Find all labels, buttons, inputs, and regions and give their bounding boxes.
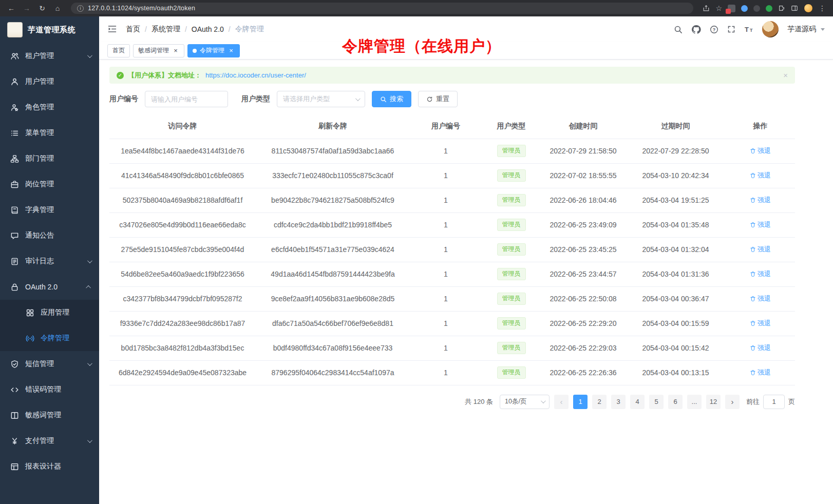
force-logout-button[interactable]: 强退 [750, 220, 771, 229]
chevron-down-icon [87, 438, 92, 443]
alert-close-icon[interactable]: × [783, 71, 788, 80]
sidebar-item-oauth2-token[interactable]: 令牌管理 [0, 325, 99, 351]
user-avatar[interactable] [762, 21, 779, 37]
sidebar-item-menu[interactable]: 菜单管理 [0, 120, 99, 146]
sidebar-item-error-code[interactable]: 错误码管理 [0, 377, 99, 402]
search-button[interactable]: 搜索 [372, 91, 411, 107]
user-id-cell: 1 [410, 163, 482, 188]
browser-address-bar[interactable]: i 127.0.0.1:1024/system/oauth2/token [71, 3, 693, 14]
prev-page-button[interactable]: ‹ [554, 395, 569, 409]
sidebar-item-dict[interactable]: 字典管理 [0, 197, 99, 223]
force-logout-button[interactable]: 强退 [750, 294, 771, 303]
user-type-select[interactable]: 请选择用户类型 [277, 91, 365, 107]
action-cell: 强退 [726, 237, 795, 262]
sidebar-toggle-icon[interactable] [107, 24, 118, 34]
split-view-icon[interactable] [791, 5, 798, 12]
sidebar-item-audit-log[interactable]: 审计日志 [0, 248, 99, 274]
pager-page-5[interactable]: 5 [649, 395, 664, 409]
browser-menu-dots-icon[interactable]: ⋮ [819, 4, 826, 12]
tab-label: 敏感词管理 [138, 46, 169, 55]
tab-token[interactable]: 令牌管理 × [187, 44, 240, 57]
columns-icon [10, 411, 19, 420]
breadcrumb-oauth2[interactable]: OAuth 2.0 [192, 25, 224, 33]
pager-page-2[interactable]: 2 [592, 395, 607, 409]
breadcrumb-home[interactable]: 首页 [126, 25, 140, 34]
user-id-cell: 1 [410, 237, 482, 262]
force-logout-button[interactable]: 强退 [750, 146, 771, 156]
sidebar-item-oauth2-app[interactable]: 应用管理 [0, 300, 99, 325]
browser-back-button[interactable]: ← [5, 2, 17, 14]
user-id-cell: 1 [410, 262, 482, 286]
force-logout-button[interactable]: 强退 [750, 171, 771, 180]
sidebar-item-role[interactable]: 角色管理 [0, 94, 99, 120]
yen-icon [10, 437, 19, 445]
browser-forward-button[interactable]: → [21, 2, 33, 14]
user-id-input[interactable] [145, 91, 228, 107]
success-check-icon: ✓ [117, 72, 124, 79]
next-page-button[interactable]: › [725, 395, 740, 409]
extension-icon-red-badge[interactable] [728, 5, 735, 12]
user-menu-caret-icon[interactable] [821, 28, 825, 31]
tab-close-icon[interactable]: × [228, 47, 235, 54]
app-logo[interactable]: 芋道管理系统 [0, 16, 99, 43]
expire-time-cell: 2054-03-04 00:13:15 [626, 360, 726, 385]
created-time-cell: 2022-06-25 22:50:08 [541, 286, 626, 311]
pager-page-6[interactable]: 6 [668, 395, 683, 409]
sidebar-item-report-designer[interactable]: 报表设计器 [0, 454, 99, 479]
pager-page-4[interactable]: 4 [630, 395, 645, 409]
browser-profile-avatar[interactable] [804, 4, 813, 13]
extension-icon-green[interactable] [766, 5, 772, 12]
token-icon [26, 334, 34, 343]
action-cell: 强退 [726, 336, 795, 360]
user-icon [10, 77, 19, 86]
force-logout-button[interactable]: 强退 [750, 269, 771, 279]
force-logout-button[interactable]: 强退 [750, 343, 771, 353]
user-id-cell: 1 [410, 212, 482, 237]
share-icon[interactable] [703, 5, 710, 12]
pager-page-1[interactable]: 1 [573, 395, 588, 409]
access-token-cell: 1ea5e44f8bc1467aaede43144f31de76 [109, 139, 256, 163]
force-logout-button[interactable]: 强退 [750, 368, 771, 377]
extensions-puzzle-icon[interactable] [778, 5, 785, 12]
goto-page-input[interactable] [763, 395, 785, 409]
extension-icon-dark[interactable] [753, 5, 760, 12]
reset-button-label: 重置 [436, 94, 449, 104]
sidebar-item-dept[interactable]: 部门管理 [0, 146, 99, 171]
force-logout-button[interactable]: 强退 [750, 319, 771, 328]
github-icon[interactable] [691, 25, 701, 34]
expire-time-cell: 2054-03-04 01:31:36 [626, 262, 726, 286]
force-logout-button[interactable]: 强退 [750, 245, 771, 254]
breadcrumb-system[interactable]: 系统管理 [152, 25, 180, 34]
sidebar-item-user[interactable]: 用户管理 [0, 69, 99, 94]
header-search-icon[interactable] [674, 25, 683, 34]
sidebar-item-oauth2[interactable]: OAuth 2.0 [0, 274, 99, 300]
extension-icon-blue[interactable] [741, 5, 748, 12]
expire-time-cell: 2022-07-29 22:28:50 [626, 139, 726, 163]
bookmark-star-icon[interactable]: ☆ [715, 4, 722, 12]
pager-page-12[interactable]: 12 [706, 395, 721, 409]
force-logout-button[interactable]: 强退 [750, 196, 771, 205]
doc-link[interactable]: https://doc.iocoder.cn/user-center/ [205, 71, 306, 79]
pager-page-3[interactable]: 3 [611, 395, 626, 409]
tags-view: 首页 敏感词管理 × 令牌管理 × [99, 42, 833, 60]
browser-reload-button[interactable]: ↻ [36, 2, 48, 14]
sidebar-item-tenant[interactable]: 租户管理 [0, 43, 99, 69]
tab-home[interactable]: 首页 [107, 44, 130, 57]
tab-sensitive-word[interactable]: 敏感词管理 × [133, 44, 184, 57]
user-name[interactable]: 芋道源码 [787, 25, 816, 34]
sidebar-item-post[interactable]: 岗位管理 [0, 171, 99, 197]
sidebar-item-sms[interactable]: 短信管理 [0, 351, 99, 377]
sidebar-item-pay[interactable]: 支付管理 [0, 428, 99, 454]
site-info-icon[interactable]: i [77, 5, 84, 12]
tab-close-icon[interactable]: × [172, 47, 179, 54]
table-row: 1ea5e44f8bc1467aaede43144f31de76811c5304… [109, 139, 795, 163]
page-size-select[interactable]: 10条/页 [500, 395, 550, 409]
reset-button[interactable]: 重置 [418, 91, 458, 107]
browser-home-button[interactable]: ⌂ [51, 2, 64, 14]
font-size-icon[interactable]: TT [744, 25, 753, 33]
pager-ellipsis[interactable]: ... [687, 395, 702, 409]
sidebar-item-sensitive-word[interactable]: 敏感词管理 [0, 402, 99, 428]
sidebar-item-notice[interactable]: 通知公告 [0, 223, 99, 248]
help-question-icon[interactable]: ? [710, 25, 718, 34]
fullscreen-icon[interactable] [727, 25, 735, 33]
